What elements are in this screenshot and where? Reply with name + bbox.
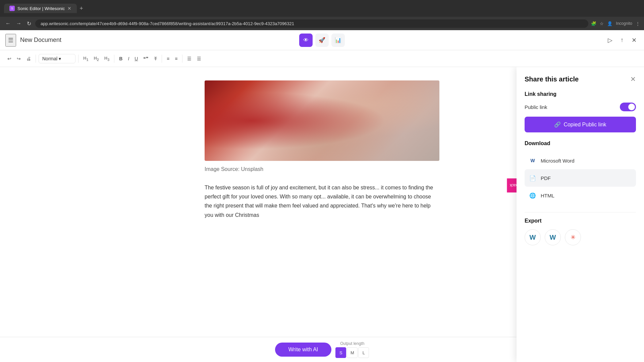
browser-tab[interactable]: S Sonic Editor | Writesonic ✕ xyxy=(4,4,77,13)
address-bar[interactable]: app.writesonic.com/template/47cee4b9-d69… xyxy=(35,19,588,28)
pdf-icon: 📄 xyxy=(529,174,537,182)
share-button[interactable]: ↑ xyxy=(619,35,626,46)
export-icons: W W ✳ xyxy=(525,229,636,245)
link-icon: 🔗 xyxy=(554,121,561,128)
export-wp2-button[interactable]: W xyxy=(545,229,561,245)
incognito-label: Incognito xyxy=(616,21,632,26)
nav-right: 🧩 ☆ 👤 Incognito ⋮ xyxy=(591,21,640,26)
extensions-icon[interactable]: 🧩 xyxy=(591,21,596,26)
bookmark-icon[interactable]: ☆ xyxy=(600,21,604,26)
rocket-tool-button[interactable]: 🚀 xyxy=(315,34,329,47)
export-asterisk-button[interactable]: ✳ xyxy=(565,229,581,245)
tab-title: Sonic Editor | Writesonic xyxy=(17,6,65,11)
eye-tool-button[interactable]: 👁 xyxy=(299,34,313,47)
chart-tool-button[interactable]: 📊 xyxy=(331,34,345,47)
article-paragraph: The festive season is full of joy and ex… xyxy=(205,183,439,220)
header-right: ▷ ↑ ✕ xyxy=(606,35,639,46)
share-panel-header: Share this article ✕ xyxy=(525,75,636,83)
new-tab-button[interactable]: + xyxy=(79,5,83,12)
indent-button[interactable]: ☰ xyxy=(195,54,203,63)
word-label: Microsoft Word xyxy=(541,158,575,164)
h3-button[interactable]: H3 xyxy=(102,54,111,63)
italic-button[interactable]: I xyxy=(126,54,131,63)
doc-title: New Document xyxy=(20,37,61,44)
size-l-button[interactable]: L xyxy=(358,347,369,358)
download-section-label: Download xyxy=(525,140,636,146)
toolbar-sep-3 xyxy=(114,55,114,63)
divider xyxy=(525,212,636,213)
export-section-label: Export xyxy=(525,218,636,224)
quote-button[interactable]: ❝❞ xyxy=(141,54,151,63)
download-pdf-item[interactable]: 📄 PDF xyxy=(525,169,636,187)
size-buttons: S M L xyxy=(335,347,369,358)
copied-btn-label: Copied Public link xyxy=(564,122,606,128)
tab-favicon: S xyxy=(9,6,15,11)
print-button[interactable]: 🖨 xyxy=(24,54,33,63)
toolbar-sep-5 xyxy=(182,55,182,63)
size-m-button[interactable]: M xyxy=(347,347,358,358)
export-wp1-button[interactable]: W xyxy=(525,229,541,245)
nav-forward-btn[interactable]: → xyxy=(15,19,23,28)
toolbar-sep-2 xyxy=(78,55,78,63)
profile-icon[interactable]: 👤 xyxy=(607,21,612,26)
toolbar: ↩ ↪ 🖨 Normal ▾ H1 H2 H3 B I U ❝❞ T ≡ ≡ ☰… xyxy=(0,50,644,67)
toolbar-sep-1 xyxy=(36,55,36,63)
app: ☰ New Document 👁 🚀 📊 ▷ ↑ ✕ ↩ ↪ 🖨 Normal … xyxy=(0,30,644,362)
share-panel-title: Share this article xyxy=(525,75,579,83)
menu-icon[interactable]: ⋮ xyxy=(636,21,640,26)
redo-button[interactable]: ↪ xyxy=(15,54,23,63)
link-sharing-label: Link sharing xyxy=(525,91,636,97)
image-container: Image Source: Unsplash xyxy=(205,80,439,172)
undo-button[interactable]: ↩ xyxy=(5,54,13,63)
bold-button[interactable]: B xyxy=(117,54,124,63)
strikethrough-button[interactable]: T xyxy=(152,54,159,63)
app-header: ☰ New Document 👁 🚀 📊 ▷ ↑ ✕ xyxy=(0,30,644,50)
nav-back-btn[interactable]: ← xyxy=(4,19,12,28)
format-chevron: ▾ xyxy=(59,56,61,61)
close-header-button[interactable]: ✕ xyxy=(630,35,639,46)
word-icon: W xyxy=(529,157,537,165)
download-word-item[interactable]: W Microsoft Word xyxy=(525,152,636,169)
download-section: Download W Microsoft Word 📄 PDF 🌐 HTML xyxy=(525,140,636,204)
play-button[interactable]: ▷ xyxy=(606,35,614,46)
hamburger-button[interactable]: ☰ xyxy=(5,34,16,47)
toolbar-sep-4 xyxy=(162,55,162,63)
tab-close-btn[interactable]: ✕ xyxy=(67,6,71,11)
public-link-label: Public link xyxy=(525,104,547,110)
size-s-button[interactable]: S xyxy=(335,347,346,358)
copied-public-link-button[interactable]: 🔗 Copied Public link xyxy=(525,117,636,132)
html-icon: 🌐 xyxy=(529,191,537,199)
underline-button[interactable]: U xyxy=(132,54,140,63)
header-tools: 👁 🚀 📊 xyxy=(299,34,345,47)
browser-nav: ← → ↻ app.writesonic.com/template/47cee4… xyxy=(0,17,644,30)
export-section: Export W W ✳ xyxy=(525,218,636,245)
h2-button[interactable]: H2 xyxy=(92,54,101,63)
align-more-button[interactable]: ≡ xyxy=(173,54,179,63)
toggle-knob xyxy=(628,104,635,110)
output-length-group: Output length S M L xyxy=(335,341,369,358)
output-length-label: Output length xyxy=(340,341,364,346)
image-caption: Image Source: Unsplash xyxy=(205,166,439,172)
download-html-item[interactable]: 🌐 HTML xyxy=(525,187,636,204)
format-select[interactable]: Normal ▾ xyxy=(39,54,75,63)
article-text: The festive season is full of joy and ex… xyxy=(205,183,439,220)
close-share-panel-button[interactable]: ✕ xyxy=(630,75,636,83)
share-panel: Share this article ✕ Link sharing Public… xyxy=(517,67,644,362)
hero-image xyxy=(205,80,439,161)
write-ai-button[interactable]: Write with AI xyxy=(275,343,332,357)
list-button[interactable]: ☰ xyxy=(185,54,194,63)
browser-chrome: S Sonic Editor | Writesonic ✕ + xyxy=(0,0,644,17)
h1-button[interactable]: H1 xyxy=(81,54,90,63)
public-link-toggle[interactable] xyxy=(620,103,636,111)
format-label: Normal xyxy=(42,56,57,61)
nav-refresh-btn[interactable]: ↻ xyxy=(25,19,33,28)
pdf-label: PDF xyxy=(541,175,551,181)
hero-image-inner xyxy=(205,80,439,161)
main-area: Image Source: Unsplash The festive seaso… xyxy=(0,67,644,362)
link-sharing-row: Public link xyxy=(525,103,636,111)
html-label: HTML xyxy=(541,193,554,198)
align-left-button[interactable]: ≡ xyxy=(165,54,171,63)
